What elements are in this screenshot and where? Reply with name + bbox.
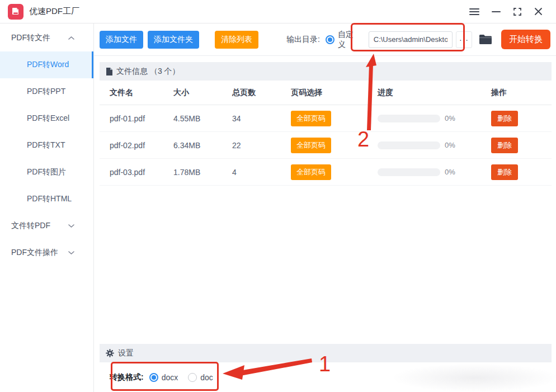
progress-bar: [378, 168, 440, 176]
menu-icon[interactable]: [469, 8, 479, 16]
sidebar-item-label: PDF转HTML: [27, 194, 72, 204]
progress-bar: [378, 141, 440, 149]
page-count-cell: 22: [232, 141, 291, 150]
app-window: 优速PDF工厂 PDF转文件PDF转WordPDF转PPTPDF转ExcelPD…: [0, 0, 556, 392]
sidebar-item-3[interactable]: PDF转Excel: [0, 105, 93, 132]
table-row: pdf-02.pdf6.34MB22全部页码0%删除: [100, 132, 552, 159]
file-name-cell: pdf-01.pdf: [110, 114, 173, 123]
chevron-down-icon: [68, 251, 74, 255]
settings-title: 设置: [118, 348, 134, 358]
page-select-button[interactable]: 全部页码: [291, 138, 331, 153]
file-name-cell: pdf-02.pdf: [110, 141, 173, 150]
format-radio-doc[interactable]: [188, 373, 197, 382]
progress-cell: 0%: [378, 141, 491, 149]
output-path-input[interactable]: [369, 31, 453, 48]
empty-area: [94, 186, 556, 338]
progress-cell: 0%: [378, 168, 491, 176]
table-row: pdf-01.pdf4.55MB34全部页码0%删除: [100, 105, 552, 132]
progress-percent: 0%: [445, 141, 455, 149]
maximize-icon[interactable]: [513, 7, 522, 16]
delete-button[interactable]: 删除: [491, 111, 518, 126]
chevron-down-icon: [68, 224, 74, 228]
sidebar-item-label: PDF转PPT: [27, 87, 65, 97]
sidebar-item-label: PDF转Word: [27, 60, 69, 70]
delete-button[interactable]: 删除: [491, 138, 518, 153]
page-select-button[interactable]: 全部页码: [291, 111, 331, 126]
sidebar-item-label: PDF转图片: [27, 167, 66, 177]
start-convert-button[interactable]: 开始转换: [501, 30, 550, 49]
page-count-cell: 4: [232, 168, 291, 177]
toolbar: 添加文件 添加文件夹 清除列表 输出目录: 自定义 ··· 开始转换: [94, 23, 556, 56]
file-info-title: 文件信息 （3 个）: [116, 67, 180, 77]
settings-row: 转换格式: docxdoc: [94, 362, 556, 392]
file-info-header: 文件信息 （3 个）: [100, 62, 552, 81]
format-radio-docx[interactable]: [149, 373, 158, 382]
page-count-cell: 34: [232, 114, 291, 123]
column-header: 大小: [173, 88, 232, 98]
column-header: 进度: [378, 88, 491, 98]
table-header: 文件名大小总页数页码选择进度操作: [100, 81, 552, 105]
custom-output-radio-label[interactable]: 自定义: [338, 30, 361, 50]
output-dir-label: 输出目录:: [286, 35, 320, 45]
sidebar-item-label: PDF文件操作: [11, 248, 58, 258]
document-icon: [106, 68, 112, 75]
sidebar-item-0[interactable]: PDF转文件: [0, 25, 93, 51]
custom-output-radio[interactable]: [326, 35, 334, 44]
sidebar-item-label: PDF转文件: [11, 33, 50, 43]
sidebar: PDF转文件PDF转WordPDF转PPTPDF转ExcelPDF转TXTPDF…: [0, 23, 94, 392]
sidebar-item-6[interactable]: PDF转HTML: [0, 186, 93, 212]
window-controls: [469, 7, 548, 16]
progress-percent: 0%: [445, 168, 455, 176]
sidebar-item-5[interactable]: PDF转图片: [0, 159, 93, 186]
add-folder-button[interactable]: 添加文件夹: [148, 31, 199, 49]
clear-list-button[interactable]: 清除列表: [215, 31, 258, 49]
main-panel: 添加文件 添加文件夹 清除列表 输出目录: 自定义 ··· 开始转换 文: [94, 23, 556, 392]
sidebar-item-4[interactable]: PDF转TXT: [0, 132, 93, 159]
sidebar-item-1[interactable]: PDF转Word: [0, 51, 93, 78]
column-header: 页码选择: [291, 88, 378, 98]
open-folder-icon[interactable]: [479, 34, 492, 45]
file-table: pdf-01.pdf4.55MB34全部页码0%删除pdf-02.pdf6.34…: [94, 105, 556, 186]
sidebar-item-label: 文件转PDF: [11, 221, 50, 231]
file-name-cell: pdf-03.pdf: [110, 168, 173, 177]
app-title: 优速PDF工厂: [29, 6, 79, 17]
titlebar: 优速PDF工厂: [0, 0, 556, 23]
sidebar-item-label: PDF转Excel: [27, 114, 69, 124]
sidebar-item-label: PDF转TXT: [27, 140, 65, 150]
column-header: 总页数: [232, 88, 291, 98]
format-options: docxdoc: [144, 373, 218, 382]
file-size-cell: 4.55MB: [173, 114, 232, 123]
browse-more-button[interactable]: ···: [456, 31, 472, 48]
gear-icon: [106, 349, 114, 357]
app-logo-icon: [8, 4, 23, 20]
progress-bar: [378, 115, 440, 122]
column-header: 操作: [491, 88, 552, 98]
file-size-cell: 1.78MB: [173, 168, 232, 177]
sidebar-item-7[interactable]: 文件转PDF: [0, 212, 93, 239]
format-radio-label[interactable]: docx: [162, 373, 178, 382]
format-label: 转换格式:: [110, 372, 144, 382]
minimize-icon[interactable]: [492, 7, 501, 16]
progress-cell: 0%: [378, 114, 491, 122]
format-radio-label[interactable]: doc: [200, 373, 213, 382]
delete-button[interactable]: 删除: [491, 164, 518, 180]
column-header: 文件名: [110, 88, 173, 98]
add-file-button[interactable]: 添加文件: [100, 31, 143, 49]
file-size-cell: 6.34MB: [173, 141, 232, 150]
settings-header: 设置: [100, 344, 552, 362]
table-row: pdf-03.pdf1.78MB4全部页码0%删除: [100, 159, 552, 186]
sidebar-item-8[interactable]: PDF文件操作: [0, 239, 93, 266]
close-icon[interactable]: [534, 7, 543, 16]
chevron-up-icon: [68, 36, 74, 40]
sidebar-item-2[interactable]: PDF转PPT: [0, 78, 93, 105]
page-select-button[interactable]: 全部页码: [291, 164, 331, 180]
content-area: 文件信息 （3 个） 文件名大小总页数页码选择进度操作 pdf-01.pdf4.…: [94, 56, 556, 392]
progress-percent: 0%: [445, 114, 455, 122]
